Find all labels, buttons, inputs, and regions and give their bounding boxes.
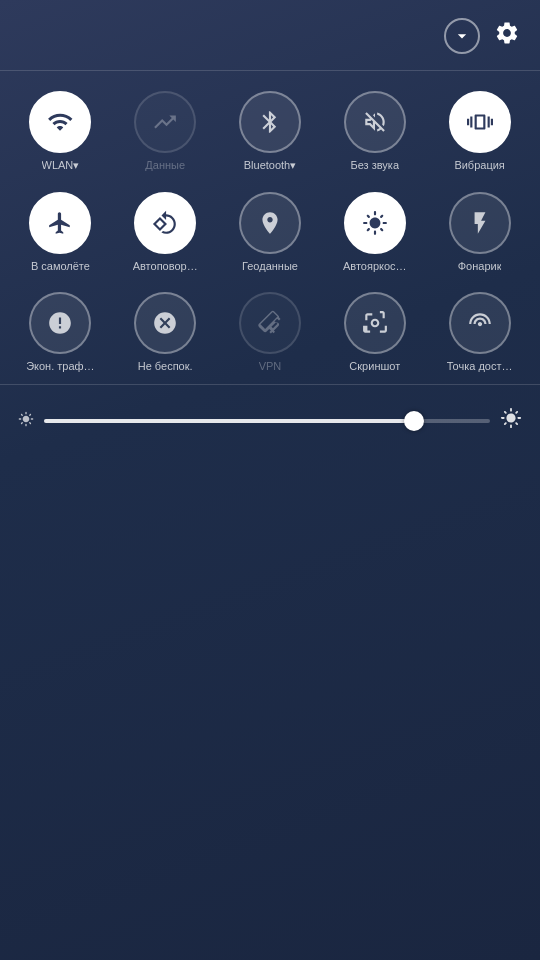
tile-circle-vpn [239,292,301,354]
tile-label-airplane: В самолёте [31,260,90,272]
tile-label-vibration: Вибрация [454,159,504,171]
chevron-down-icon [452,26,472,46]
tile-label-vpn: VPN [259,360,282,372]
tile-vpn[interactable]: VPN [225,292,315,372]
tile-flashlight[interactable]: Фонарик [435,192,525,272]
tile-circle-data [134,91,196,153]
tile-circle-flashlight [449,192,511,254]
tile-circle-vibration [449,91,511,153]
tile-label-datasave: Экон. траф… [26,360,94,372]
tile-screenshot[interactable]: Скриншот [330,292,420,372]
tiles-row-2: В самолёте Автоповор… Геоданные Автоярко… [10,192,530,272]
tile-circle-wlan [29,91,91,153]
header-icons [444,18,520,54]
tile-autorotate[interactable]: Автоповор… [120,192,210,272]
tiles-row-1-section: WLAN▾ Данные Bluetooth▾ Без звука Вибрац… [0,77,540,178]
brightness-row [0,391,540,450]
tile-label-dnd: Не беспок. [138,360,193,372]
gear-icon [494,20,520,46]
tile-label-autobright: Автояркос… [343,260,407,272]
tile-label-screenshot: Скриншот [349,360,400,372]
tile-vibration[interactable]: Вибрация [435,91,525,172]
brightness-slider-fill [44,419,414,423]
tile-airplane[interactable]: В самолёте [15,192,105,272]
tile-dnd[interactable]: Не беспок. [120,292,210,372]
tile-label-wlan: WLAN▾ [42,159,80,172]
tile-label-flashlight: Фонарик [458,260,502,272]
settings-button[interactable] [494,20,520,52]
tile-label-autorotate: Автоповор… [133,260,198,272]
tile-bluetooth[interactable]: Bluetooth▾ [225,91,315,172]
brightness-slider-thumb[interactable] [404,411,424,431]
tile-hotspot[interactable]: Точка дост… [435,292,525,372]
tiles-row-3-section: Экон. траф… Не беспок. VPN Скриншот Точк… [0,278,540,378]
tile-circle-silent [344,91,406,153]
status-bar-header [0,0,540,64]
tile-circle-datasave [29,292,91,354]
brightness-max-icon [500,407,522,434]
tile-circle-airplane [29,192,91,254]
tile-circle-geodata [239,192,301,254]
tile-circle-hotspot [449,292,511,354]
expand-button[interactable] [444,18,480,54]
tile-data[interactable]: Данные [120,91,210,172]
tile-wlan[interactable]: WLAN▾ [15,91,105,172]
tile-autobright[interactable]: Автояркос… [330,192,420,272]
tiles-row-1: WLAN▾ Данные Bluetooth▾ Без звука Вибрац… [10,91,530,172]
tile-label-hotspot: Точка дост… [447,360,513,372]
tiles-row-3: Экон. траф… Не беспок. VPN Скриншот Точк… [10,292,530,372]
brightness-min-icon [18,411,34,430]
brightness-divider [0,384,540,385]
tile-circle-autobright [344,192,406,254]
tile-circle-dnd [134,292,196,354]
tile-datasave[interactable]: Экон. траф… [15,292,105,372]
tile-silent[interactable]: Без звука [330,91,420,172]
tile-circle-bluetooth [239,91,301,153]
tile-geodata[interactable]: Геоданные [225,192,315,272]
tile-label-geodata: Геоданные [242,260,298,272]
tile-circle-screenshot [344,292,406,354]
tiles-row-2-section: В самолёте Автоповор… Геоданные Автоярко… [0,178,540,278]
tile-label-bluetooth: Bluetooth▾ [244,159,296,172]
header-divider [0,70,540,71]
tile-label-data: Данные [145,159,185,171]
brightness-slider-track[interactable] [44,419,490,423]
tile-circle-autorotate [134,192,196,254]
tile-label-silent: Без звука [351,159,400,171]
